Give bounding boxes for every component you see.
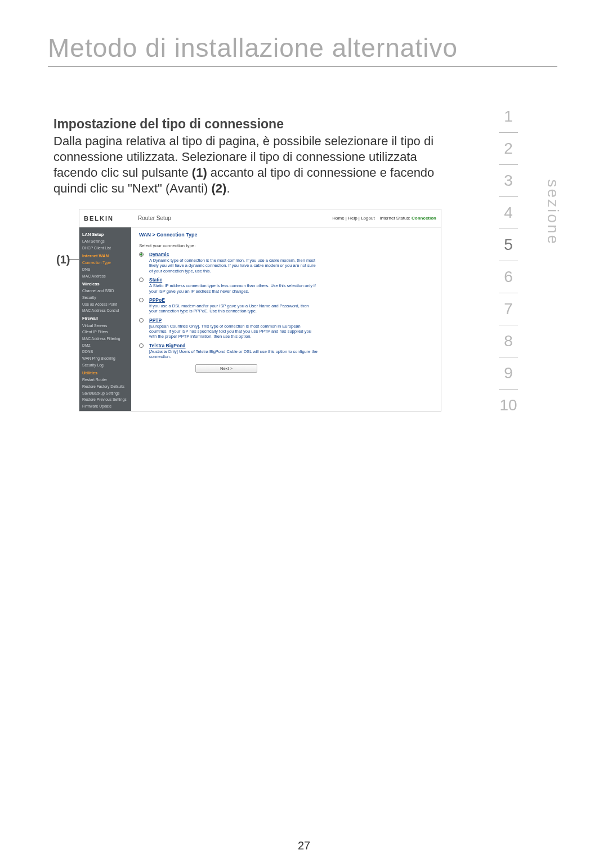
option-telstra-bigpond[interactable]: Telstra BigPond[Australia Only] Users of… [139,343,433,360]
sidebar: LAN SetupLAN SettingsDHCP Client ListInt… [79,227,131,411]
sidebar-item-mac-address[interactable]: MAC Address [82,274,128,279]
radio-static[interactable] [139,278,144,282]
section-nav-3[interactable]: 3 [504,168,513,193]
sidebar-grp-firewall: Firewall [82,315,128,321]
internet-status-label: Internet Status: [380,216,410,221]
section-nav-divider [499,229,518,229]
callout-1-label: (1) [56,253,70,266]
option-desc: A Dynamic type of connection is the most… [149,258,318,274]
section-nav: 12345678910 [499,104,518,418]
sidebar-item-restore-factory-defaults[interactable]: Restore Factory Defaults [82,384,128,390]
option-pptp[interactable]: PPTP[European Countries Only]. This type… [139,317,433,339]
main-content: WAN > Connection Type Select your connec… [131,227,441,411]
section-nav-10[interactable]: 10 [499,393,517,418]
section-nav-divider [499,132,518,133]
sidebar-item-mac-address-control[interactable]: MAC Address Control [82,308,128,314]
option-desc: A Static IP address connection type is l… [149,283,318,294]
option-title[interactable]: Telstra BigPond [149,343,433,348]
sidebar-item-use-as-access-point[interactable]: Use as Access Point [82,302,128,307]
sidebar-item-restore-previous-settings[interactable]: Restore Previous Settings [82,397,128,402]
sidebar-item-dns[interactable]: DNS [82,267,128,272]
section-nav-divider [499,196,518,197]
section-nav-divider [499,389,518,390]
sidebar-grp-wireless: Wireless [82,281,128,287]
sidebar-item-connection-type[interactable]: Connection Type [82,260,128,266]
option-title[interactable]: PPTP [149,317,433,323]
option-title[interactable]: PPPoE [149,297,433,303]
section-nav-8[interactable]: 8 [504,329,513,354]
app-header-title: Router Setup [131,215,332,221]
radio-dynamic[interactable] [139,252,144,257]
page-number: 27 [0,839,608,852]
brand-logo: BELKIN [79,215,131,222]
section-nav-6[interactable]: 6 [504,265,513,289]
sidebar-grp-utilities: Utilities [82,370,128,376]
sidebar-item-system-settings[interactable]: System Settings [82,410,128,411]
option-desc: If you use a DSL modem and/or your ISP g… [149,303,318,314]
sidebar-item-security-log[interactable]: Security Log [82,363,128,368]
internet-status-value: Connection [412,216,436,221]
option-desc: [European Countries Only]. This type of … [149,324,318,339]
app-body: LAN SetupLAN SettingsDHCP Client ListInt… [79,227,441,411]
sidebar-item-client-ip-filters[interactable]: Client IP Filters [82,329,128,335]
option-title[interactable]: Dynamic [149,252,433,257]
section-nav-divider [499,164,518,165]
radio-telstra-bigpond[interactable] [139,343,144,348]
section-nav-1[interactable]: 1 [504,104,513,129]
router-setup-screenshot: BELKIN Router Setup Home | Help | Logout… [79,209,441,411]
section-nav-divider [499,261,518,261]
section-heading: Impostazione del tipo di connessione [53,117,284,132]
option-dynamic[interactable]: DynamicA Dynamic type of connection is t… [139,252,433,274]
radio-pptp[interactable] [139,318,144,323]
breadcrumb: WAN > Connection Type [139,232,433,238]
title-rule [48,66,557,67]
page-title: Metodo di installazione alternativo [48,33,458,63]
section-nav-5[interactable]: 5 [504,232,513,257]
connection-options: DynamicA Dynamic type of connection is t… [139,252,433,360]
header-links[interactable]: Home | Help | Logout [332,216,374,221]
section-nav-4[interactable]: 4 [504,200,513,225]
sidebar-item-security[interactable]: Security [82,295,128,301]
sidebar-item-mac-address-filtering[interactable]: MAC Address Filtering [82,336,128,342]
app-header: BELKIN Router Setup Home | Help | Logout… [79,209,441,227]
section-nav-7[interactable]: 7 [504,297,513,321]
section-nav-2[interactable]: 2 [504,136,513,161]
sidebar-item-save-backup-settings[interactable]: Save/Backup Settings [82,391,128,396]
section-nav-divider [499,325,518,325]
body-paragraph: Dalla pagina relativa al tipo di pagina,… [53,133,450,197]
radio-pppoe[interactable] [139,298,144,302]
option-static[interactable]: StaticA Static IP address connection typ… [139,277,433,294]
section-nav-9[interactable]: 9 [504,361,513,386]
sidebar-item-firmware-update[interactable]: Firmware Update [82,404,128,409]
sidebar-item-lan-settings[interactable]: LAN Settings [82,239,128,244]
sidebar-item-restart-router[interactable]: Restart Router [82,377,128,383]
option-title[interactable]: Static [149,277,433,283]
app-header-right: Home | Help | Logout Internet Status: Co… [332,216,441,221]
sidebar-item-dhcp-client-list[interactable]: DHCP Client List [82,245,128,251]
next-button[interactable]: Next > [195,364,257,373]
sidebar-grp-lan-setup: LAN Setup [82,231,128,238]
sidebar-item-channel-and-ssid[interactable]: Channel and SSID [82,288,128,294]
option-pppoe[interactable]: PPPoEIf you use a DSL modem and/or your … [139,297,433,314]
sidebar-item-dmz[interactable]: DMZ [82,343,128,348]
section-label: sezione [544,179,562,245]
sidebar-item-virtual-servers[interactable]: Virtual Servers [82,323,128,329]
sidebar-item-ddns[interactable]: DDNS [82,349,128,355]
option-desc: [Australia Only] Users of Telstra BigPon… [149,349,318,360]
sidebar-item-wan-ping-blocking[interactable]: WAN Ping Blocking [82,356,128,361]
section-nav-divider [499,293,518,293]
sidebar-grp-internet-wan: Internet WAN [82,253,128,259]
prompt-text: Select your connection type: [139,243,433,248]
section-nav-divider [499,357,518,357]
